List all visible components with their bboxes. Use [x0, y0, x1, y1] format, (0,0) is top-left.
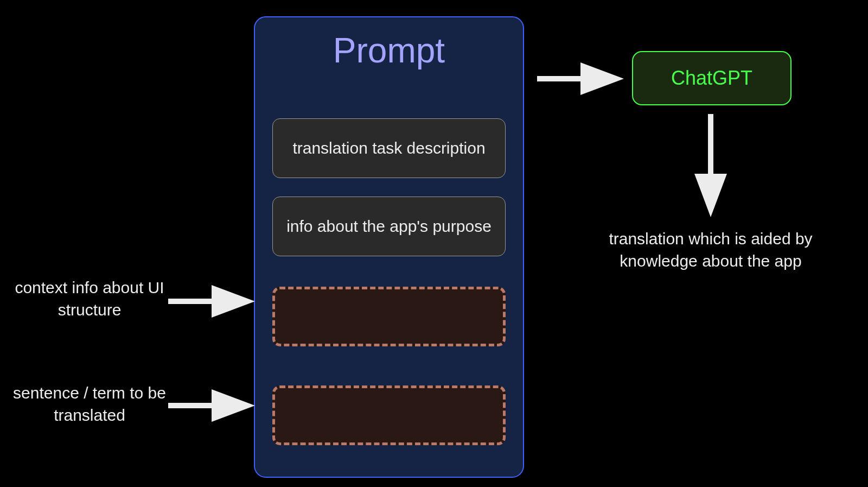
slot-ui-context	[272, 287, 506, 346]
label-source-text: sentence / term to be translated	[5, 382, 174, 426]
slot-source-text	[272, 385, 506, 445]
prompt-title: Prompt	[255, 30, 523, 71]
arrow-context-to-slot	[168, 293, 260, 309]
arrow-prompt-to-chatgpt	[537, 71, 629, 87]
subbox-task-description: translation task description	[272, 118, 506, 178]
subbox-app-purpose: info about the app's purpose	[272, 197, 506, 256]
chatgpt-node: ChatGPT	[632, 51, 792, 105]
label-ui-context: context info about UI structure	[5, 277, 174, 321]
label-output-translation: translation which is aided by knowledge …	[575, 228, 846, 272]
arrow-chatgpt-to-output	[703, 114, 719, 223]
arrow-source-to-slot	[168, 397, 260, 414]
prompt-container: Prompt translation task description info…	[254, 16, 524, 478]
